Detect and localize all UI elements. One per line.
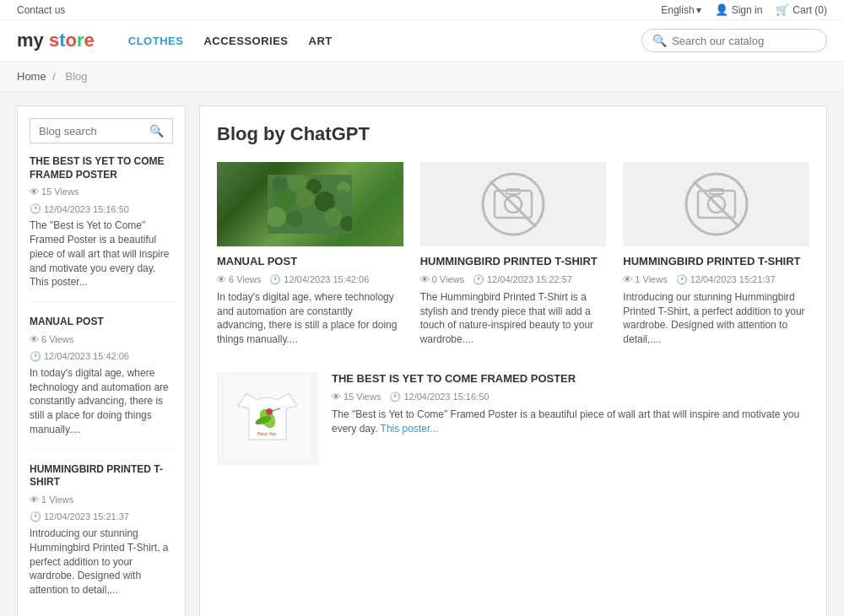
blog-card-manual-post: MANUAL POST 👁 6 Views 🕐 12/04/2023 15:42… [217,162,403,347]
blog-grid: MANUAL POST 👁 6 Views 🕐 12/04/2023 15:42… [217,162,809,347]
nav-accessories[interactable]: ACCESSORIES [203,35,288,47]
blog-card-title-1[interactable]: MANUAL POST [217,255,403,269]
logo-t: t [59,30,65,51]
no-image-placeholder-1 [420,162,607,246]
user-icon: 👤 [715,3,728,16]
logo-s: s [49,30,59,51]
header: my store CLOTHES ACCESSORIES ART 🔍 [0,20,844,62]
no-photo-icon-2 [683,170,750,238]
language-dropdown-icon: ▾ [696,4,701,16]
main-nav: CLOTHES ACCESSORIES ART [128,35,625,47]
card-date-icon-2: 🕐 12/04/2023 15:22:57 [473,274,572,285]
card-views-icon-1: 👁 6 Views [217,274,261,285]
contact-us[interactable]: Contact us [17,4,65,16]
blog-single-read-more[interactable]: This poster... [381,423,439,435]
sidebar: 🔍 THE BEST IS YET TO COME FRAMED POSTER … [17,105,186,616]
moss-svg [268,175,352,234]
blog-title: Blog by ChatGPT [217,123,809,145]
blog-card-meta-3: 👁 1 Views 🕐 12/04/2023 15:21:37 [623,274,809,285]
sidebar-post-excerpt-1: The "Best is Yet to Come" Framed Poster … [30,219,173,289]
sidebar-search-icon[interactable]: 🔍 [149,124,164,138]
svg-point-12 [303,210,325,232]
search-bar: 🔍 [641,29,827,52]
breadcrumb-separator: / [52,70,58,83]
svg-text:Best Yet: Best Yet [257,431,276,436]
logo-r: r [77,30,84,51]
sidebar-post-excerpt-2: In today's digital age, where technology… [30,366,173,437]
card-views-icon-3: 👁 1 Views [623,274,667,285]
blog-card-img-1[interactable] [217,162,403,246]
sidebar-post-3: HUMMINGBIRD PRINTED T-SHIRT 👁 1 Views 🕐 … [30,463,173,597]
blog-single-img[interactable]: Best Yet [217,372,318,465]
cart-label: Cart (0) [793,4,827,16]
language-selector[interactable]: English ▾ [661,4,701,16]
language-label: English [661,4,694,16]
blog-single-title[interactable]: THE BEST IS YET TO COME FRAMED POSTER [332,372,809,386]
search-icon: 🔍 [652,34,667,47]
sidebar-post-meta-1: 👁 15 Views 🕐 12/04/2023 15:16:50 [30,186,173,214]
svg-point-9 [333,190,350,207]
sidebar-post-title-3[interactable]: HUMMINGBIRD PRINTED T-SHIRT [30,463,173,489]
blog-card-meta-1: 👁 6 Views 🕐 12/04/2023 15:42:06 [217,274,403,285]
card-views-icon-2: 👁 0 Views [420,274,464,285]
logo-e: e [84,30,95,51]
nav-clothes[interactable]: CLOTHES [128,35,184,47]
nav-art[interactable]: ART [309,35,333,47]
no-image-placeholder-2 [623,162,809,246]
sidebar-post-meta-3: 👁 1 Views 🕐 12/04/2023 15:21:37 [30,494,173,522]
cart-icon: 🛒 [776,3,789,16]
card-date-icon-3: 🕐 12/04/2023 15:21:37 [676,274,776,285]
sign-in-label: Sign in [732,4,763,16]
sidebar-search-box: 🔍 [30,118,173,143]
blog-content: Blog by ChatGPT [199,105,827,616]
blog-single-post: Best Yet THE BEST IS YET TO COME FRAMED … [217,364,809,465]
sidebar-post-excerpt-3: Introducing our stunning Hummingbird Pri… [30,527,173,597]
sidebar-post-1: THE BEST IS YET TO COME FRAMED POSTER 👁 … [30,155,173,302]
moss-image [217,162,403,246]
sidebar-post-title-1[interactable]: THE BEST IS YET TO COME FRAMED POSTER [30,155,173,181]
blog-card-hummingbird-1: HUMMINGBIRD PRINTED T-SHIRT 👁 0 Views 🕐 … [420,162,607,347]
views-icon-3: 👁 1 Views [30,494,73,505]
logo-o: o [66,30,77,51]
breadcrumb: Home / Blog [0,62,844,92]
svg-point-11 [286,210,303,227]
views-icon-1: 👁 15 Views [30,186,78,197]
sidebar-post-title-2[interactable]: MANUAL POST [30,316,173,329]
tshirt-svg: Best Yet [225,376,310,461]
card-date-icon-1: 🕐 12/04/2023 15:42:06 [269,274,369,285]
main-layout: 🔍 THE BEST IS YET TO COME FRAMED POSTER … [0,92,844,616]
blog-card-hummingbird-2: HUMMINGBIRD PRINTED T-SHIRT 👁 1 Views 🕐 … [623,162,809,347]
breadcrumb-home[interactable]: Home [17,70,46,83]
svg-point-13 [324,208,343,226]
date-icon-3: 🕐 12/04/2023 15:21:37 [30,511,129,522]
breadcrumb-current: Blog [66,70,88,83]
blog-card-img-2[interactable] [420,162,607,246]
svg-point-7 [296,189,315,208]
blog-single-content: THE BEST IS YET TO COME FRAMED POSTER 👁 … [332,372,809,465]
logo[interactable]: my store [17,30,95,51]
date-icon-1: 🕐 12/04/2023 15:16:50 [30,203,129,214]
single-views-icon: 👁 15 Views [332,392,381,403]
blog-single-excerpt: The "Best is Yet to Come" Framed Poster … [332,408,809,436]
no-photo-icon-1 [479,170,547,238]
top-bar-right: English ▾ 👤 Sign in 🛒 Cart (0) [661,3,827,16]
cart-link[interactable]: 🛒 Cart (0) [776,3,827,16]
date-icon-2: 🕐 12/04/2023 15:42:06 [30,351,129,362]
search-input[interactable] [672,35,816,47]
blog-card-title-2[interactable]: HUMMINGBIRD PRINTED T-SHIRT [420,255,607,269]
single-date-icon: 🕐 12/04/2023 15:16:50 [389,392,489,403]
blog-card-title-3[interactable]: HUMMINGBIRD PRINTED T-SHIRT [623,255,809,269]
blog-card-excerpt-1: In today's digital age, where technology… [217,290,403,347]
sidebar-post-2: MANUAL POST 👁 6 Views 🕐 12/04/2023 15:42… [30,316,173,450]
sign-in-link[interactable]: 👤 Sign in [715,3,763,16]
views-icon-2: 👁 6 Views [30,334,73,344]
blog-card-excerpt-2: The Hummingbird Printed T-Shirt is a sty… [420,290,607,347]
sidebar-post-meta-2: 👁 6 Views 🕐 12/04/2023 15:42:06 [30,334,173,362]
blog-card-meta-2: 👁 0 Views 🕐 12/04/2023 15:22:57 [420,274,607,285]
blog-card-img-3[interactable] [623,162,809,246]
top-bar: Contact us English ▾ 👤 Sign in 🛒 Cart (0… [0,0,844,20]
sidebar-search-input[interactable] [39,125,149,138]
logo-my: my [17,30,49,51]
blog-single-meta: 👁 15 Views 🕐 12/04/2023 15:16:50 [332,392,809,403]
blog-card-excerpt-3: Introducing our stunning Hummingbird Pri… [623,290,809,347]
